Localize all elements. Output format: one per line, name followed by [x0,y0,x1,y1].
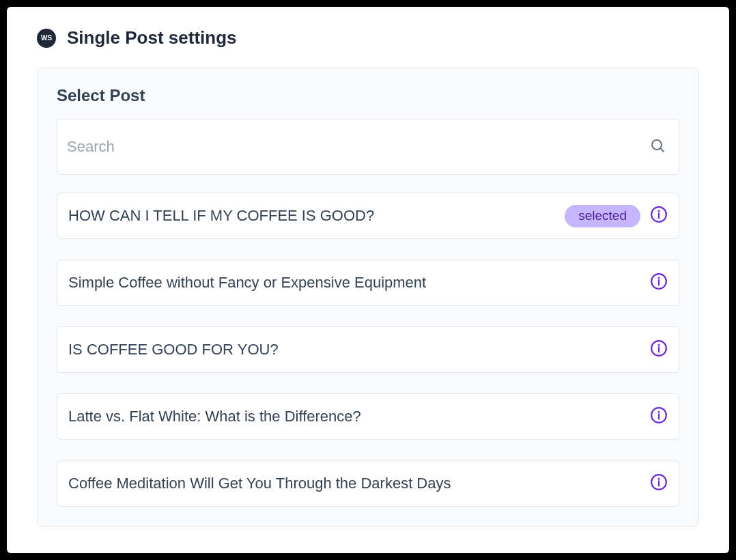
svg-point-10 [658,345,659,346]
svg-point-7 [658,278,659,279]
post-item[interactable]: IS COFFEE GOOD FOR YOU? [57,326,679,373]
post-title: IS COFFEE GOOD FOR YOU? [68,341,640,359]
post-item[interactable]: Simple Coffee without Fancy or Expensive… [57,260,679,306]
post-item[interactable]: Latte vs. Flat White: What is the Differ… [57,393,679,440]
info-icon[interactable] [650,406,668,427]
search-wrapper [57,119,679,175]
svg-point-4 [658,211,659,212]
post-title: Simple Coffee without Fancy or Expensive… [68,274,640,292]
panel-title: Select Post [57,86,679,105]
info-icon[interactable] [650,272,668,293]
info-icon[interactable] [650,206,668,226]
svg-point-13 [658,412,659,412]
post-item[interactable]: Coffee Meditation Will Get You Through t… [57,460,679,507]
svg-line-1 [660,148,664,152]
page-title: Single Post settings [67,27,237,48]
search-input[interactable] [57,119,679,175]
page-header: WS Single Post settings [37,27,699,48]
post-title: Coffee Meditation Will Get You Through t… [68,475,640,492]
svg-point-16 [658,479,659,479]
selected-badge: selected [565,205,640,227]
settings-page: WS Single Post settings Select Post HOW … [7,7,729,553]
info-icon[interactable] [650,339,668,360]
info-icon[interactable] [650,473,668,494]
ws-badge-icon: WS [37,29,56,48]
search-icon [649,137,666,156]
select-post-panel: Select Post HOW CAN I TELL IF MY COFFEE … [37,68,699,527]
post-title: Latte vs. Flat White: What is the Differ… [68,408,640,425]
post-item[interactable]: HOW CAN I TELL IF MY COFFEE IS GOOD?sele… [57,193,679,239]
post-title: HOW CAN I TELL IF MY COFFEE IS GOOD? [68,207,555,225]
post-list: HOW CAN I TELL IF MY COFFEE IS GOOD?sele… [57,193,679,507]
